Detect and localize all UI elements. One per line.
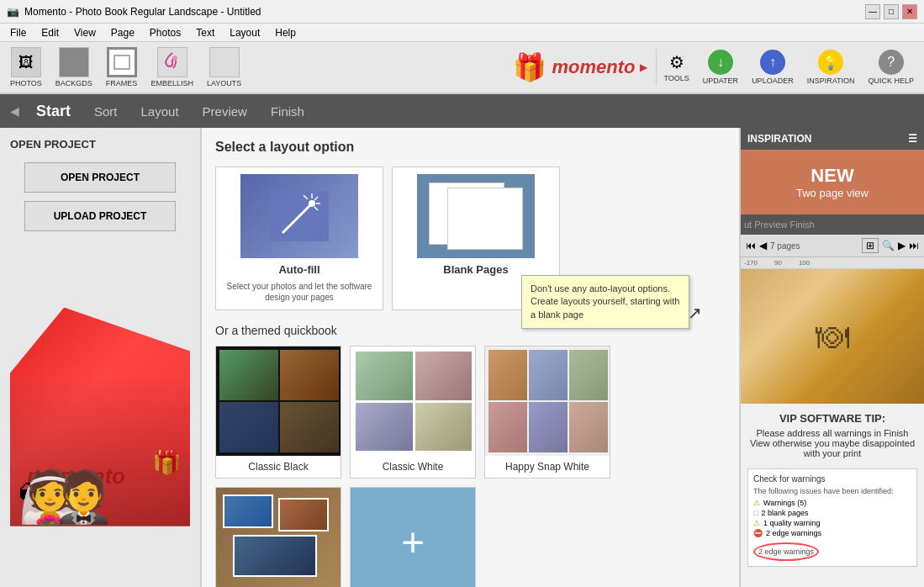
blank-pages-icon [417, 174, 535, 258]
warning-text-2: 1 quality warning [763, 519, 821, 527]
menu-layout[interactable]: Layout [223, 25, 267, 40]
page-nav-grid[interactable]: ⊞ [862, 238, 879, 253]
backgds-icon [59, 47, 89, 77]
page-nav-zoom-in[interactable]: 🔍 [882, 240, 895, 251]
autofill-desc: Select your photos and let the software … [223, 281, 376, 303]
inspiration-nav-text: ut Preview Finish [744, 219, 815, 230]
warning-text-3: 2 edge warnings [766, 529, 821, 537]
warning-box: Check for warnings The following issues … [747, 468, 917, 567]
momento-name: momento [552, 56, 635, 78]
nav-step-sort[interactable]: Sort [84, 101, 128, 122]
updater-icon: ↓ [708, 50, 733, 75]
layouts-label: LAYOUTS [207, 79, 241, 87]
open-project-button[interactable]: OPEN PROJECT [24, 162, 176, 193]
quickhelp-icon: ? [879, 50, 904, 75]
window-title: Momento - Photo Book Regular Landscape -… [24, 6, 261, 18]
embellish-label: EMBELLISH [150, 79, 193, 87]
nav-step-layout[interactable]: Layout [131, 101, 189, 122]
titlebar: 📷 Momento - Photo Book Regular Landscape… [0, 0, 924, 24]
add-more-button[interactable]: + [350, 487, 476, 587]
menu-text[interactable]: Text [189, 25, 221, 40]
momento-brand-area: 🎁 momento ▶ [513, 51, 647, 83]
photos-icon: 🖼 [11, 47, 41, 77]
close-button[interactable]: ✕ [902, 4, 917, 19]
toolbar-backgds[interactable]: BACKGDS [49, 44, 99, 91]
happy-snap-white-label: Happy Snap White [485, 456, 610, 478]
rt-updater[interactable]: ↓ UPDATER [696, 46, 745, 88]
svg-point-3 [309, 200, 315, 207]
toolbar-layouts[interactable]: LAYOUTS [200, 44, 248, 91]
frames-label: FRAMES [106, 79, 138, 87]
page-nav-first[interactable]: ⏮ [746, 240, 756, 251]
classic-black-label: Classic Black [216, 456, 341, 478]
menu-help[interactable]: Help [268, 25, 303, 40]
inspiration-icon: 💡 [818, 50, 843, 75]
classic-black-card[interactable]: Classic Black [215, 346, 341, 479]
page-nav-last[interactable]: ⏭ [909, 240, 919, 251]
maximize-button[interactable]: □ [884, 4, 899, 19]
titlebar-left: 📷 Momento - Photo Book Regular Landscape… [7, 6, 261, 18]
minimize-button[interactable]: — [865, 4, 880, 19]
classic-white-label: Classic White [351, 456, 475, 478]
quickbook-row: Classic Black Classic White [215, 346, 726, 479]
upload-project-button[interactable]: UPLOAD PROJECT [24, 201, 176, 231]
warning-item-3: ⛔ 2 edge warnings [753, 529, 911, 537]
inspiration-header: INSPIRATION ☰ [741, 128, 924, 150]
main-area: OPEN PROJECT OPEN PROJECT UPLOAD PROJECT… [0, 128, 924, 587]
inspiration-label: INSPIRATION [807, 77, 855, 85]
inspiration-menu-icon[interactable]: ☰ [908, 133, 917, 145]
center-title: Select a layout option [215, 140, 726, 155]
warning-highlight: 2 edge warnings [753, 542, 819, 561]
vip-tip: VIP SOFTWARE TIP: Please address all war… [741, 404, 924, 463]
add-more-card-wrap: + [350, 487, 476, 587]
landscape-card-1-img [216, 488, 341, 587]
warning-icon-0: ⚠ [753, 499, 760, 507]
nav-step-preview[interactable]: Preview [193, 101, 257, 122]
toolbar-photos[interactable]: 🖼 PHOTOS [3, 44, 49, 91]
menubar: File Edit View Page Photos Text Layout H… [0, 24, 924, 42]
menu-page[interactable]: Page [104, 25, 141, 40]
happy-snap-white-card[interactable]: Happy Snap White [484, 346, 610, 479]
rt-tools[interactable]: ⚙ TOOLS [656, 49, 695, 86]
warning-icon-2: ⚠ [753, 519, 760, 527]
page-nav-prev[interactable]: ◀ [759, 240, 767, 251]
menu-view[interactable]: View [67, 25, 103, 40]
warning-item-1: □ 2 blank pages [753, 509, 911, 517]
rt-inspiration[interactable]: 💡 INSPIRATION [800, 46, 862, 88]
quickhelp-label: QUICK HELP [868, 77, 914, 85]
page-nav-next[interactable]: ▶ [898, 240, 906, 251]
sidebar-logo-area: momento 🕶 🎁 👰 🤵 [10, 240, 190, 577]
autofill-title: Auto-fill [278, 263, 319, 276]
autofill-card[interactable]: Auto-fill Select your photos and let the… [215, 167, 383, 310]
right-panel: INSPIRATION ☰ NEW Two page view ut Previ… [739, 128, 924, 587]
quickbook-row-2: + [215, 487, 726, 587]
warning-text-1: 2 blank pages [761, 509, 808, 517]
svg-point-0 [172, 56, 177, 61]
menu-edit[interactable]: Edit [34, 25, 66, 40]
warning-icon-1: □ [753, 509, 758, 517]
inspiration-food-image: 🍽 [741, 269, 924, 404]
toolbar-frames[interactable]: FRAMES [99, 44, 145, 91]
warning-box-title: Check for warnings [753, 474, 911, 484]
rt-quickhelp[interactable]: ? QUICK HELP [861, 46, 921, 88]
nav-step-finish[interactable]: Finish [261, 101, 314, 122]
vip-tip-title: VIP SOFTWARE TIP: [749, 412, 916, 425]
inspiration-new-sub: Two page view [747, 187, 917, 199]
embellish-icon [157, 47, 187, 77]
frames-icon [107, 47, 137, 77]
inspiration-nav: ut Preview Finish [741, 214, 924, 235]
toolbar-embellish[interactable]: EMBELLISH [144, 44, 200, 91]
toolbar: 🖼 PHOTOS BACKGDS FRAMES EMBELLISH LAYOUT… [0, 42, 924, 94]
brand-arrow: ▶ [640, 61, 647, 73]
titlebar-controls: — □ ✕ [865, 4, 917, 19]
classic-white-card[interactable]: Classic White [350, 346, 476, 479]
nav-prev[interactable]: ◀ [7, 104, 23, 118]
sidebar-title: OPEN PROJECT [10, 138, 96, 151]
menu-photos[interactable]: Photos [143, 25, 187, 40]
rt-uploader[interactable]: ↑ UPLOADER [745, 46, 800, 88]
nav-step-start[interactable]: Start [26, 99, 81, 124]
warning-item-2: ⚠ 1 quality warning [753, 519, 911, 527]
landscape-card-1[interactable] [215, 487, 341, 587]
menu-file[interactable]: File [3, 25, 33, 40]
momento-gift-icon: 🎁 [513, 51, 546, 83]
